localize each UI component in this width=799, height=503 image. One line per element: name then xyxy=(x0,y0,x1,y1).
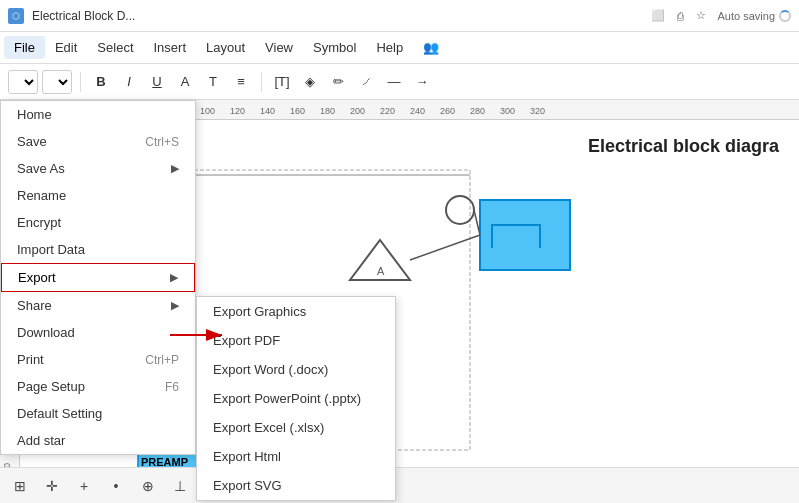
toolbar-separator-2 xyxy=(261,72,262,92)
text-box-button[interactable]: [T] xyxy=(270,70,294,94)
share-btn[interactable]: ⎙ xyxy=(677,10,684,22)
text-align-button[interactable]: ≡ xyxy=(229,70,253,94)
svg-text:A: A xyxy=(377,265,385,277)
title-bar-actions: ⬜ ⎙ ☆ Auto saving xyxy=(651,9,791,22)
saving-spinner xyxy=(779,10,791,22)
font-color-button[interactable]: A xyxy=(173,70,197,94)
menu-help[interactable]: Help xyxy=(366,36,413,59)
export-word[interactable]: Export Word (.docx) xyxy=(197,355,395,384)
svg-rect-35 xyxy=(480,200,570,270)
svg-text:260: 260 xyxy=(440,106,455,116)
dot-btn[interactable]: • xyxy=(104,474,128,498)
toolbar: B I U A T ≡ [T] ◈ ✏ ⟋ — → xyxy=(0,64,799,100)
copy-btn[interactable]: ⬜ xyxy=(651,9,665,22)
pen-button[interactable]: ✏ xyxy=(326,70,350,94)
menu-bar: File Edit Select Insert Layout View Symb… xyxy=(0,32,799,64)
menu-file[interactable]: File xyxy=(4,36,45,59)
menu-symbol[interactable]: Symbol xyxy=(303,36,366,59)
menu-rename[interactable]: Rename xyxy=(1,182,195,209)
menu-add-star[interactable]: Add star xyxy=(1,427,195,454)
line-style-button[interactable]: ⟋ xyxy=(354,70,378,94)
cross-btn[interactable]: ✛ xyxy=(40,474,64,498)
svg-text:180: 180 xyxy=(320,106,335,116)
menu-users[interactable]: 👥 xyxy=(413,36,449,59)
menu-import-data[interactable]: Import Data xyxy=(1,236,195,263)
bold-button[interactable]: B xyxy=(89,70,113,94)
star-btn[interactable]: ☆ xyxy=(696,9,706,22)
svg-text:320: 320 xyxy=(530,106,545,116)
menu-insert[interactable]: Insert xyxy=(144,36,197,59)
plus-btn[interactable]: + xyxy=(72,474,96,498)
font-family-select[interactable] xyxy=(8,70,38,94)
toolbar-separator-1 xyxy=(80,72,81,92)
menu-share[interactable]: Share ▶ xyxy=(1,292,195,319)
app-icon: ⬡ xyxy=(8,8,24,24)
strikethrough-button[interactable]: T xyxy=(201,70,225,94)
svg-text:220: 220 xyxy=(380,106,395,116)
menu-print[interactable]: Print Ctrl+P xyxy=(1,346,195,373)
export-arrow xyxy=(170,320,230,350)
export-svg[interactable]: Export SVG xyxy=(197,471,395,500)
svg-text:300: 300 xyxy=(500,106,515,116)
menu-export[interactable]: Export ▶ xyxy=(1,263,195,292)
menu-home[interactable]: Home xyxy=(1,101,195,128)
arrow-button[interactable]: → xyxy=(410,70,434,94)
svg-text:240: 240 xyxy=(410,106,425,116)
menu-save-as[interactable]: Save As ▶ xyxy=(1,155,195,182)
title-bar: ⬡ Electrical Block D... ⬜ ⎙ ☆ Auto savin… xyxy=(0,0,799,32)
grid-btn[interactable]: ⊞ xyxy=(8,474,32,498)
line-weight-button[interactable]: — xyxy=(382,70,406,94)
export-excel[interactable]: Export Excel (.xlsx) xyxy=(197,413,395,442)
file-dropdown: Home Save Ctrl+S Save As ▶ Rename Encryp… xyxy=(0,100,196,455)
export-html[interactable]: Export Html xyxy=(197,442,395,471)
underline-button[interactable]: U xyxy=(145,70,169,94)
menu-view[interactable]: View xyxy=(255,36,303,59)
svg-text:120: 120 xyxy=(230,106,245,116)
menu-page-setup[interactable]: Page Setup F6 xyxy=(1,373,195,400)
menu-default-setting[interactable]: Default Setting xyxy=(1,400,195,427)
menu-select[interactable]: Select xyxy=(87,36,143,59)
svg-text:200: 200 xyxy=(350,106,365,116)
auto-saving-status: Auto saving xyxy=(718,10,791,22)
svg-text:280: 280 xyxy=(470,106,485,116)
export-powerpoint[interactable]: Export PowerPoint (.pptx) xyxy=(197,384,395,413)
font-size-select[interactable] xyxy=(42,70,72,94)
svg-text:140: 140 xyxy=(260,106,275,116)
window-title: Electrical Block D... xyxy=(32,9,643,23)
menu-layout[interactable]: Layout xyxy=(196,36,255,59)
menu-download[interactable]: Download xyxy=(1,319,195,346)
menu-save[interactable]: Save Ctrl+S xyxy=(1,128,195,155)
main-area: Home Save Ctrl+S Save As ▶ Rename Encryp… xyxy=(0,100,799,503)
fill-button[interactable]: ◈ xyxy=(298,70,322,94)
svg-text:100: 100 xyxy=(200,106,215,116)
menu-encrypt[interactable]: Encrypt xyxy=(1,209,195,236)
antenna-btn[interactable]: ⊥ xyxy=(168,474,192,498)
bottom-toolbar: ⊞ ✛ + • ⊕ ⊥ ⊤ ∿ xyxy=(0,467,799,503)
horiz-cross-btn[interactable]: ⊕ xyxy=(136,474,160,498)
italic-button[interactable]: I xyxy=(117,70,141,94)
svg-text:160: 160 xyxy=(290,106,305,116)
menu-edit[interactable]: Edit xyxy=(45,36,87,59)
